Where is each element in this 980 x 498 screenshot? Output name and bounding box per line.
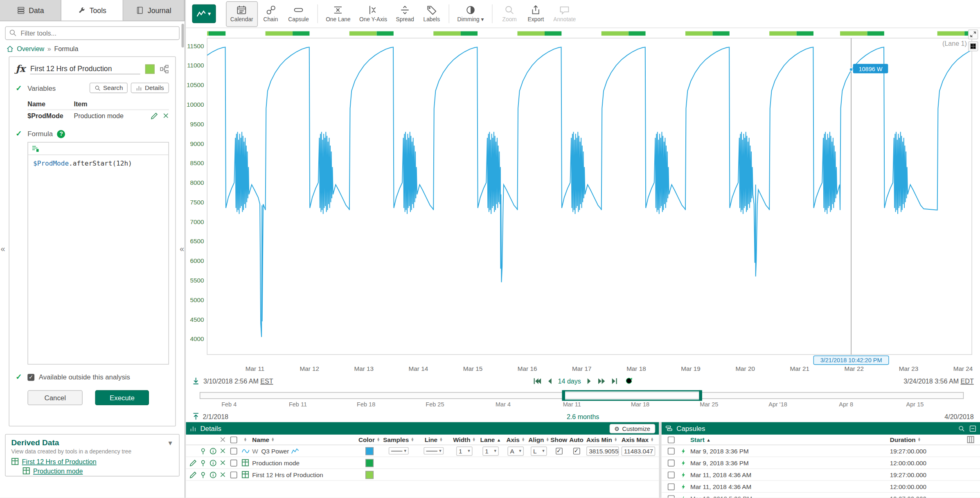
step-range-back-icon[interactable] xyxy=(192,377,200,384)
zoom-to-capsule-icon[interactable] xyxy=(958,425,965,432)
auto-checkbox[interactable] xyxy=(573,447,580,454)
capsule-checkbox[interactable] xyxy=(667,447,674,454)
x-axis-tick-label[interactable]: Mar 20 xyxy=(735,365,755,372)
y-axis-tick-label[interactable]: 10500 xyxy=(187,81,204,88)
y-axis-tick-label[interactable]: 5000 xyxy=(190,296,204,303)
toolbar-one-lane-button[interactable]: One Lane xyxy=(321,1,355,27)
toolbar-spread-button[interactable]: Spread xyxy=(392,1,419,27)
show-checkbox[interactable] xyxy=(555,447,562,454)
capsule-checkbox[interactable] xyxy=(667,459,674,466)
color-swatch[interactable] xyxy=(365,459,373,467)
signal-line-q3-power[interactable] xyxy=(207,47,974,337)
item-name[interactable]: Production mode xyxy=(252,459,300,466)
x-axis-tick-label[interactable]: Mar 11 xyxy=(246,365,264,372)
display-range-end[interactable]: 3/24/2018 3:56 AM EDT xyxy=(903,377,973,384)
execute-button[interactable]: Execute xyxy=(95,390,149,405)
toolbar-one-y-axis-button[interactable]: One Y-Axis xyxy=(355,1,392,27)
customize-button[interactable]: ⚙Customize xyxy=(609,424,655,433)
step-to-end-button[interactable] xyxy=(612,377,620,384)
item-name[interactable]: Q3 Power xyxy=(261,447,289,454)
capsule-row[interactable]: Mar 9, 2018 3:36 PM19:27:00.000 xyxy=(662,445,980,457)
formula-editor[interactable]: $ProdMode.afterStart(12h) xyxy=(27,142,169,364)
tab-journal[interactable]: Journal xyxy=(123,0,185,20)
range-handle-right[interactable] xyxy=(699,390,702,401)
refresh-icon[interactable] xyxy=(625,377,633,384)
capsule-row[interactable]: Mar 9, 2018 3:36 PM12:00:00.000 xyxy=(662,457,980,469)
x-axis-tick-label[interactable]: Mar 12 xyxy=(300,365,319,372)
column-line[interactable]: Line ▲▼ xyxy=(416,436,451,443)
expand-range-icon[interactable] xyxy=(192,413,200,420)
line-style-select[interactable]: ▾ xyxy=(424,447,444,454)
toolbar-chain-button[interactable]: Chain xyxy=(257,1,284,27)
y-axis-tick-label[interactable]: 11500 xyxy=(187,43,204,49)
axis-min-input[interactable]: 3815.9055 xyxy=(586,446,619,455)
x-axis-tick-label[interactable]: Mar 17 xyxy=(572,365,592,372)
x-axis-tick-label[interactable]: Mar 19 xyxy=(681,365,701,372)
x-axis-tick-label[interactable]: Mar 14 xyxy=(409,365,428,372)
capsule-checkbox[interactable] xyxy=(667,483,674,490)
y-axis-tick-label[interactable]: 4500 xyxy=(190,316,204,323)
lane-select[interactable]: 1▾ xyxy=(482,446,499,455)
x-axis-tick-label[interactable]: Mar 22 xyxy=(845,365,864,372)
investigate-start-label[interactable]: 2/1/2018 xyxy=(203,413,229,420)
y-axis-tick-label[interactable]: 9000 xyxy=(190,140,204,147)
derived-item-link[interactable]: First 12 Hrs of Production xyxy=(22,458,97,465)
y-axis-tick-label[interactable]: 8500 xyxy=(190,159,204,166)
minimize-panel-icon[interactable] xyxy=(969,425,976,432)
width-select[interactable]: 1▾ xyxy=(456,446,473,455)
capsule-checkbox[interactable] xyxy=(667,471,674,478)
display-range-selection[interactable] xyxy=(563,390,701,401)
samples-select[interactable]: ▾ xyxy=(388,447,409,454)
details-row-first-12-hrs-of-production[interactable]: First 12 Hrs of Production xyxy=(186,469,659,481)
tool-name-input[interactable] xyxy=(30,63,140,74)
maximize-chart-button[interactable] xyxy=(968,29,978,39)
y-axis-tick-label[interactable]: 9500 xyxy=(190,121,204,128)
capsule-row[interactable]: Mar 11, 2018 4:36 AM12:00:00.000 xyxy=(662,481,980,493)
color-swatch[interactable] xyxy=(365,447,373,455)
column-axis[interactable]: Axis ▲▼ xyxy=(504,436,527,443)
x-axis-tick-label[interactable]: Mar 24 xyxy=(953,365,973,372)
column-lane[interactable]: Lane ▲ xyxy=(478,436,504,443)
color-swatch[interactable] xyxy=(365,471,373,479)
filter-tools-input[interactable] xyxy=(5,26,180,40)
step-forward-double-button[interactable] xyxy=(598,377,606,384)
tab-data[interactable]: Data xyxy=(0,0,61,20)
y-axis-tick-label[interactable]: 10000 xyxy=(187,101,204,108)
y-axis-tick-label[interactable]: 4000 xyxy=(190,335,204,342)
row-checkbox[interactable] xyxy=(230,471,237,478)
grid-view-button[interactable] xyxy=(968,41,978,51)
y-axis-tick-label[interactable]: 6500 xyxy=(190,238,204,245)
column-axis-max[interactable]: Axis Max ▲▼ xyxy=(620,436,657,443)
display-type-dropdown[interactable]: ▼ xyxy=(192,4,216,23)
collapse-panel-icon[interactable]: « xyxy=(1,244,5,253)
select-all-checkbox[interactable] xyxy=(230,436,237,443)
details-row-q3-power[interactable]: WQ3 Power▾▾1▾1▾A▾L▾3815.905511483.047 xyxy=(186,445,659,457)
formula-list-icon[interactable] xyxy=(31,144,39,153)
variable-search-button[interactable]: Search xyxy=(89,83,128,93)
capsule-checkbox[interactable] xyxy=(667,495,674,498)
variable-details-button[interactable]: Details xyxy=(131,83,169,93)
formula-code[interactable]: $ProdMode.afterStart(12h) xyxy=(28,155,169,171)
y-axis-tick-label[interactable]: 8000 xyxy=(190,179,204,186)
trend-chart[interactable]: 4000450050005500600065007000750080008500… xyxy=(186,28,980,373)
align-select[interactable]: L▾ xyxy=(531,446,547,455)
range-handle-left[interactable] xyxy=(562,390,565,401)
axis-max-input[interactable]: 11483.047 xyxy=(622,446,656,455)
dependency-tree-icon[interactable] xyxy=(160,64,169,74)
column-color[interactable]: Color ▲▼ xyxy=(357,436,381,443)
column-width[interactable]: Width ▲▼ xyxy=(451,436,478,443)
toolbar-dimming-button[interactable]: Dimming ▾ xyxy=(453,1,488,27)
toolbar-labels-button[interactable]: Labels xyxy=(419,1,445,27)
toolbar-capsule-button[interactable]: Capsule xyxy=(284,1,313,27)
row-checkbox[interactable] xyxy=(230,459,237,466)
toolbar-annotate-button[interactable]: Annotate xyxy=(549,1,581,27)
breadcrumb-overview-link[interactable]: Overview xyxy=(17,45,44,52)
details-row-production-mode[interactable]: Production mode xyxy=(186,457,659,469)
remove-variable-icon[interactable] xyxy=(163,112,169,119)
column-samples[interactable]: Samples ▲▼ xyxy=(381,436,416,443)
tab-tools[interactable]: Tools xyxy=(61,0,123,20)
column-name[interactable]: Name ▲▼ xyxy=(251,436,357,443)
column-align[interactable]: Align ▲▼ xyxy=(527,436,550,443)
y-axis-tick-label[interactable]: 11000 xyxy=(187,62,204,69)
sidebar-scrollbar[interactable] xyxy=(182,24,184,47)
